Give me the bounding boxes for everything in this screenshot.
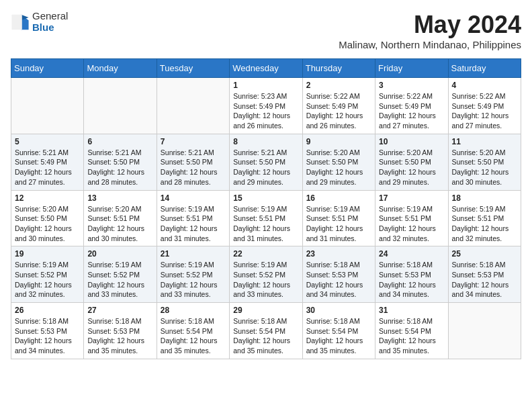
calendar-cell: 24Sunrise: 5:18 AM Sunset: 5:53 PM Dayli…: [375, 246, 448, 303]
calendar-cell: 9Sunrise: 5:20 AM Sunset: 5:50 PM Daylig…: [302, 134, 375, 190]
calendar-week-row: 5Sunrise: 5:21 AM Sunset: 5:49 PM Daylig…: [11, 134, 521, 190]
calendar-cell: 19Sunrise: 5:19 AM Sunset: 5:52 PM Dayli…: [11, 246, 84, 303]
svg-rect-2: [11, 14, 21, 29]
month-title: May 2024: [339, 11, 521, 39]
day-info: Sunrise: 5:20 AM Sunset: 5:50 PM Dayligh…: [452, 148, 517, 187]
day-info: Sunrise: 5:18 AM Sunset: 5:53 PM Dayligh…: [379, 260, 444, 300]
calendar-cell: 22Sunrise: 5:19 AM Sunset: 5:52 PM Dayli…: [230, 246, 302, 303]
day-number: 30: [306, 306, 371, 315]
day-info: Sunrise: 5:18 AM Sunset: 5:53 PM Dayligh…: [306, 260, 371, 300]
day-number: 26: [15, 306, 80, 315]
calendar-cell: 23Sunrise: 5:18 AM Sunset: 5:53 PM Dayli…: [302, 246, 375, 303]
day-number: 1: [233, 81, 298, 90]
day-number: 27: [87, 306, 152, 315]
day-number: 14: [161, 193, 226, 203]
day-info: Sunrise: 5:18 AM Sunset: 5:54 PM Dayligh…: [379, 316, 444, 356]
day-info: Sunrise: 5:18 AM Sunset: 5:53 PM Dayligh…: [15, 316, 80, 356]
day-number: 5: [15, 137, 80, 146]
day-info: Sunrise: 5:19 AM Sunset: 5:51 PM Dayligh…: [306, 204, 371, 244]
day-number: 18: [452, 193, 517, 203]
day-info: Sunrise: 5:18 AM Sunset: 5:53 PM Dayligh…: [87, 316, 152, 356]
day-of-week-header: Wednesday: [230, 59, 302, 78]
calendar-cell: 31Sunrise: 5:18 AM Sunset: 5:54 PM Dayli…: [375, 303, 448, 359]
calendar-cell: [157, 78, 229, 134]
day-info: Sunrise: 5:21 AM Sunset: 5:50 PM Dayligh…: [87, 148, 152, 187]
calendar-cell: 3Sunrise: 5:22 AM Sunset: 5:49 PM Daylig…: [375, 78, 448, 134]
calendar-cell: 1Sunrise: 5:23 AM Sunset: 5:49 PM Daylig…: [230, 78, 302, 134]
day-of-week-header: Tuesday: [157, 59, 229, 78]
calendar-cell: 5Sunrise: 5:21 AM Sunset: 5:49 PM Daylig…: [11, 134, 84, 190]
day-info: Sunrise: 5:19 AM Sunset: 5:51 PM Dayligh…: [233, 204, 298, 244]
calendar-header-row: SundayMondayTuesdayWednesdayThursdayFrid…: [11, 59, 521, 78]
day-info: Sunrise: 5:22 AM Sunset: 5:49 PM Dayligh…: [452, 91, 517, 131]
day-number: 4: [452, 81, 517, 90]
calendar-cell: 29Sunrise: 5:18 AM Sunset: 5:54 PM Dayli…: [230, 303, 302, 359]
calendar-cell: 11Sunrise: 5:20 AM Sunset: 5:50 PM Dayli…: [448, 134, 521, 190]
day-number: 9: [306, 137, 371, 146]
day-number: 24: [379, 249, 444, 259]
calendar-week-row: 12Sunrise: 5:20 AM Sunset: 5:50 PM Dayli…: [11, 190, 521, 246]
calendar-cell: [84, 78, 157, 134]
day-info: Sunrise: 5:18 AM Sunset: 5:54 PM Dayligh…: [306, 316, 371, 356]
day-of-week-header: Monday: [84, 59, 157, 78]
day-of-week-header: Friday: [375, 59, 448, 78]
calendar-cell: 14Sunrise: 5:19 AM Sunset: 5:51 PM Dayli…: [157, 190, 229, 246]
calendar-table: SundayMondayTuesdayWednesdayThursdayFrid…: [11, 58, 521, 359]
logo-blue-text: Blue: [32, 22, 68, 34]
day-number: 29: [233, 306, 298, 315]
day-number: 10: [379, 137, 444, 146]
day-info: Sunrise: 5:19 AM Sunset: 5:51 PM Dayligh…: [379, 204, 444, 244]
day-number: 12: [15, 193, 80, 203]
calendar-cell: 25Sunrise: 5:18 AM Sunset: 5:53 PM Dayli…: [448, 246, 521, 303]
day-number: 20: [87, 249, 152, 259]
calendar-cell: [448, 303, 521, 359]
logo-icon: [11, 13, 30, 32]
day-number: 28: [161, 306, 226, 315]
day-info: Sunrise: 5:20 AM Sunset: 5:50 PM Dayligh…: [306, 148, 371, 187]
day-info: Sunrise: 5:18 AM Sunset: 5:54 PM Dayligh…: [161, 316, 226, 356]
day-of-week-header: Saturday: [448, 59, 521, 78]
location-title: Malinaw, Northern Mindanao, Philippines: [339, 39, 521, 50]
day-number: 22: [233, 249, 298, 259]
calendar-week-row: 19Sunrise: 5:19 AM Sunset: 5:52 PM Dayli…: [11, 246, 521, 303]
day-info: Sunrise: 5:21 AM Sunset: 5:50 PM Dayligh…: [233, 148, 298, 187]
page-header: General Blue May 2024 Malinaw, Northern …: [11, 11, 521, 50]
day-info: Sunrise: 5:20 AM Sunset: 5:50 PM Dayligh…: [15, 204, 80, 244]
calendar-cell: 12Sunrise: 5:20 AM Sunset: 5:50 PM Dayli…: [11, 190, 84, 246]
day-of-week-header: Sunday: [11, 59, 84, 78]
day-info: Sunrise: 5:18 AM Sunset: 5:54 PM Dayligh…: [233, 316, 298, 356]
calendar-cell: 26Sunrise: 5:18 AM Sunset: 5:53 PM Dayli…: [11, 303, 84, 359]
day-number: 19: [15, 249, 80, 259]
day-number: 25: [452, 249, 517, 259]
calendar-cell: 15Sunrise: 5:19 AM Sunset: 5:51 PM Dayli…: [230, 190, 302, 246]
calendar-cell: 16Sunrise: 5:19 AM Sunset: 5:51 PM Dayli…: [302, 190, 375, 246]
calendar-cell: 13Sunrise: 5:20 AM Sunset: 5:51 PM Dayli…: [84, 190, 157, 246]
calendar-cell: 8Sunrise: 5:21 AM Sunset: 5:50 PM Daylig…: [230, 134, 302, 190]
day-of-week-header: Thursday: [302, 59, 375, 78]
day-info: Sunrise: 5:22 AM Sunset: 5:49 PM Dayligh…: [306, 91, 371, 131]
day-info: Sunrise: 5:19 AM Sunset: 5:52 PM Dayligh…: [233, 260, 298, 300]
calendar-cell: 30Sunrise: 5:18 AM Sunset: 5:54 PM Dayli…: [302, 303, 375, 359]
calendar-body: 1Sunrise: 5:23 AM Sunset: 5:49 PM Daylig…: [11, 78, 521, 359]
day-number: 17: [379, 193, 444, 203]
day-number: 7: [161, 137, 226, 146]
calendar-cell: 21Sunrise: 5:19 AM Sunset: 5:52 PM Dayli…: [157, 246, 229, 303]
day-number: 15: [233, 193, 298, 203]
calendar-cell: 20Sunrise: 5:19 AM Sunset: 5:52 PM Dayli…: [84, 246, 157, 303]
day-info: Sunrise: 5:21 AM Sunset: 5:50 PM Dayligh…: [161, 148, 226, 187]
calendar-cell: 28Sunrise: 5:18 AM Sunset: 5:54 PM Dayli…: [157, 303, 229, 359]
logo-general-text: General: [32, 11, 68, 22]
day-number: 2: [306, 81, 371, 90]
day-info: Sunrise: 5:19 AM Sunset: 5:52 PM Dayligh…: [87, 260, 152, 300]
calendar-cell: 6Sunrise: 5:21 AM Sunset: 5:50 PM Daylig…: [84, 134, 157, 190]
day-number: 13: [87, 193, 152, 203]
day-number: 23: [306, 249, 371, 259]
day-number: 6: [87, 137, 152, 146]
title-section: May 2024 Malinaw, Northern Mindanao, Phi…: [339, 11, 521, 50]
calendar-cell: 4Sunrise: 5:22 AM Sunset: 5:49 PM Daylig…: [448, 78, 521, 134]
day-number: 16: [306, 193, 371, 203]
calendar-cell: 27Sunrise: 5:18 AM Sunset: 5:53 PM Dayli…: [84, 303, 157, 359]
logo: General Blue: [11, 11, 68, 33]
day-info: Sunrise: 5:22 AM Sunset: 5:49 PM Dayligh…: [379, 91, 444, 131]
calendar-cell: 7Sunrise: 5:21 AM Sunset: 5:50 PM Daylig…: [157, 134, 229, 190]
